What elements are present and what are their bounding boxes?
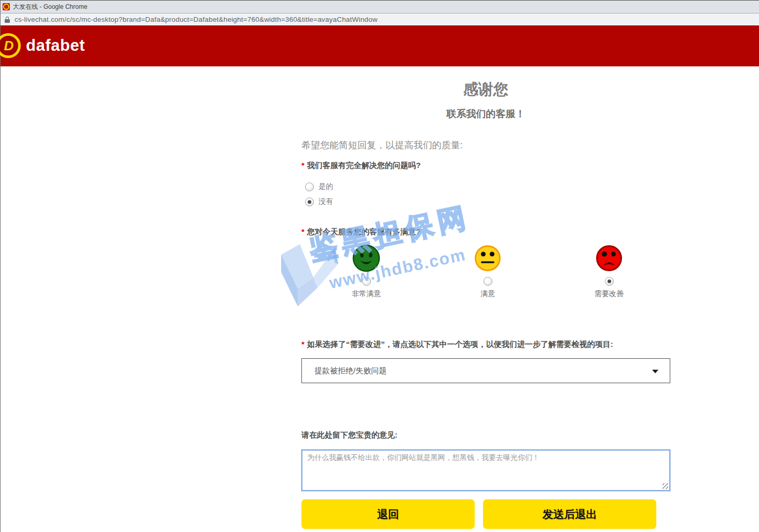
form-buttons: 退回 发送后退出 (301, 499, 656, 529)
question1-label: *我们客服有完全解决您的问题吗? (301, 161, 421, 171)
required-mark: * (301, 227, 305, 236)
dafabet-logo: D dafabet (0, 33, 85, 58)
page-subtitle: 联系我们的客服！ (301, 107, 670, 121)
intro-text: 希望您能简短回复，以提高我们的质量: (301, 139, 463, 151)
satisfaction-options: 非常满意 满意 需要改善 (306, 244, 670, 299)
dafabet-logo-icon: D (0, 33, 21, 58)
address-bar[interactable]: cs-livechat.com/c/sc/mc-desktop?brand=Da… (1, 13, 759, 25)
option-satisfied[interactable]: 满意 (427, 244, 548, 299)
radio-yes-label: 是的 (319, 182, 333, 191)
question3-label: *如果选择了“需要改进”，请点选以下其中一个选项，以便我们进一步了解需要检视的项… (301, 340, 613, 349)
dafabet-favicon-icon (3, 3, 10, 10)
comment-textarea[interactable]: 为什么我赢钱不给出款，你们网站就是黑网，想黑钱，我要去曝光你们！ (301, 450, 670, 491)
brand-name: dafabet (26, 36, 85, 55)
window-titlebar: 大发在线 - Google Chrome (1, 1, 759, 13)
brand-header: D dafabet (1, 25, 759, 66)
radio-satisfied[interactable] (484, 277, 492, 286)
radio-very-satisfied[interactable] (362, 277, 371, 286)
required-mark: * (301, 340, 305, 348)
option-needs-improvement[interactable]: 需要改善 (548, 244, 670, 299)
radio-option-no[interactable]: 没有 (305, 197, 333, 206)
neutral-face-icon (474, 244, 502, 272)
happy-face-icon (352, 244, 380, 272)
feedback-form: 感谢您 联系我们的客服！ 希望您能简短回复，以提高我们的质量: *我们客服有完全… (301, 66, 670, 532)
radio-option-yes[interactable]: 是的 (305, 182, 333, 191)
radio-no-label: 没有 (319, 197, 333, 206)
window-title: 大发在线 - Google Chrome (13, 3, 87, 11)
send-exit-button[interactable]: 发送后退出 (483, 499, 656, 529)
reason-dropdown-value: 提款被拒绝/失败问题 (314, 366, 387, 376)
comment-label: 请在此处留下您宝贵的意见: (301, 430, 397, 440)
option-very-satisfied[interactable]: 非常满意 (306, 244, 427, 299)
radio-no[interactable] (305, 198, 314, 206)
satisfied-label: 满意 (480, 289, 495, 299)
comment-textarea-wrap: 为什么我赢钱不给出款，你们网站就是黑网，想黑钱，我要去曝光你们！ (301, 450, 670, 491)
needs-improvement-label: 需要改善 (595, 289, 624, 299)
radio-needs-improvement[interactable] (605, 277, 614, 286)
question2-label: *您对今天服务您的客服有多满意? (301, 227, 421, 237)
browser-window: 大发在线 - Google Chrome cs-livechat.com/c/s… (0, 0, 759, 532)
reason-dropdown[interactable]: 提款被拒绝/失败问题 (301, 358, 670, 383)
sad-face-icon (595, 244, 623, 272)
required-mark: * (301, 161, 305, 170)
chevron-down-icon (652, 370, 658, 373)
lock-icon (5, 17, 10, 23)
page-title: 感谢您 (301, 79, 670, 100)
url-text[interactable]: cs-livechat.com/c/sc/mc-desktop?brand=Da… (15, 16, 378, 23)
radio-yes[interactable] (305, 183, 314, 191)
very-satisfied-label: 非常满意 (352, 289, 381, 299)
back-button[interactable]: 退回 (301, 499, 475, 529)
